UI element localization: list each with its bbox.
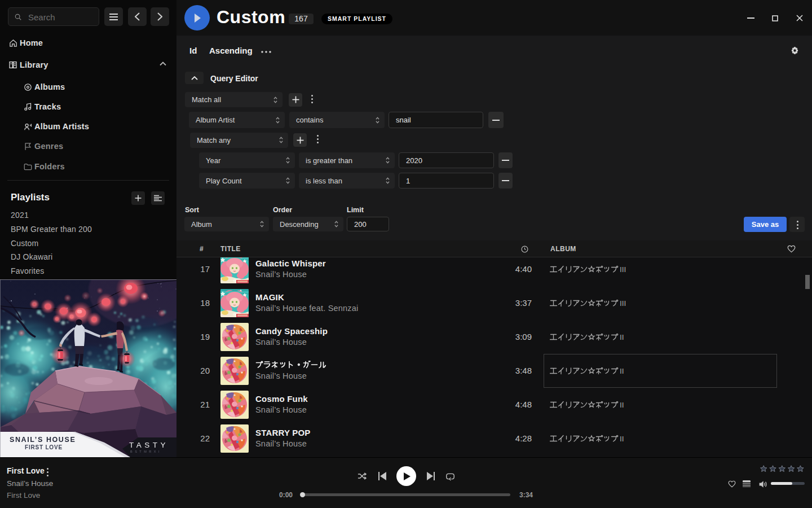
svg-text:FIRST LOVE: FIRST LOVE xyxy=(25,444,63,450)
svg-text:III: III xyxy=(620,265,626,274)
svg-text:II: II xyxy=(620,435,624,443)
svg-text:II: II xyxy=(620,401,624,409)
svg-text:II: II xyxy=(620,333,624,341)
svg-text:BSTMRXI: BSTMRXI xyxy=(130,450,162,453)
svg-text:TASTY: TASTY xyxy=(129,441,169,449)
svg-text:III: III xyxy=(620,299,626,308)
svg-text:SNAIL’S HOUSE: SNAIL’S HOUSE xyxy=(10,436,76,444)
